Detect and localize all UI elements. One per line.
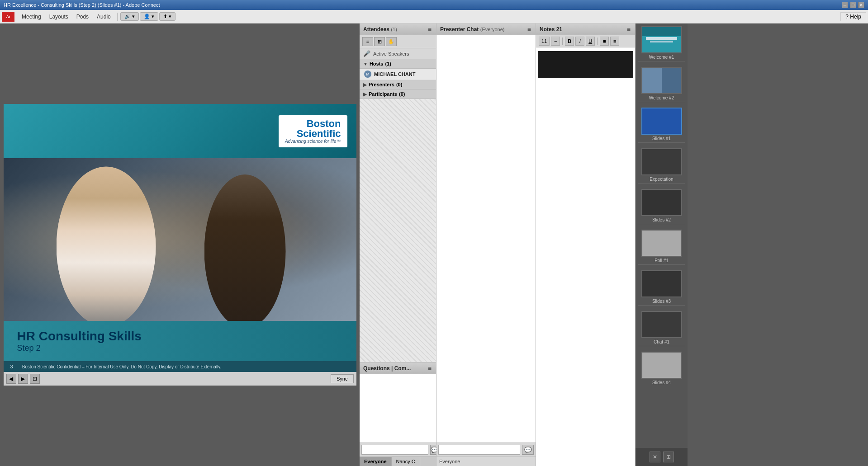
slide-prev-button[interactable]: ◀ [6, 374, 16, 384]
slide-header: Boston Scientific Advancing science for … [4, 104, 356, 158]
questions-menu-button[interactable]: ≡ [427, 365, 432, 372]
thumbnail-divider [638, 264, 685, 265]
notes-underline-button[interactable]: U [586, 37, 595, 46]
presenters-label: Presenters [369, 82, 394, 87]
person-right [204, 174, 286, 321]
thumbnail-item-3[interactable]: Expectation [636, 146, 688, 186]
photo-overlay [4, 158, 356, 321]
title-bar-controls[interactable]: ─ □ ✕ [842, 2, 864, 8]
thumbnail-divider [638, 61, 685, 61]
slide-next-button[interactable]: ▶ [18, 374, 28, 384]
share-icon: ⬆ [163, 14, 167, 19]
slide-area: Boston Scientific Advancing science for … [0, 24, 360, 466]
thumbnail-label-0: Welcome #1 [649, 55, 674, 60]
thumbnail-item-7[interactable]: Chat #1 [636, 308, 688, 349]
hosts-section[interactable]: ▼ Hosts (1) [360, 59, 436, 69]
chat-input[interactable] [438, 445, 520, 455]
presenters-section[interactable]: ▶ Presenters (0) [360, 80, 436, 89]
notes-header: Notes 21 ≡ [536, 24, 635, 35]
notes-list-button[interactable]: ≡ [610, 37, 619, 46]
notes-title: Notes 21 [540, 26, 562, 33]
thumbnail-divider [638, 183, 685, 184]
thumbnail-label-8: Slides #4 [652, 380, 671, 385]
hosts-arrow-icon: ▼ [363, 61, 368, 66]
thumbnail-item-2[interactable]: Slides #1 [636, 105, 688, 146]
minimize-button[interactable]: ─ [842, 2, 848, 8]
thumbnails-control-button[interactable]: ✕ [650, 452, 660, 462]
thumbnail-divider [638, 346, 685, 346]
chat-everyone-dropdown[interactable]: Everyone [436, 457, 536, 466]
notes-bold-button[interactable]: B [565, 37, 574, 46]
brand-tagline: Advancing science for life™ [285, 139, 341, 144]
dropdown-arrow-icon3: ▾ [169, 14, 171, 19]
notes-toolbar: 11 − B I U ■ ≡ [536, 35, 635, 47]
hosts-count: (1) [385, 61, 391, 66]
main-layout: Boston Scientific Advancing science for … [0, 24, 868, 466]
profile-button[interactable]: 👤 ▾ [140, 12, 158, 21]
slide-page-number: 3 [10, 364, 13, 369]
notes-panel: Notes 21 ≡ 11 − B I U ■ ≡ [536, 24, 636, 466]
active-speakers-label: Active Speakers [373, 51, 409, 56]
menu-pods[interactable]: Pods [73, 12, 92, 21]
title-bar-left: HR Excellence - Consulting Skills (Step … [4, 2, 160, 8]
menu-meeting[interactable]: Meeting [18, 12, 45, 21]
menu-layouts[interactable]: Layouts [46, 12, 72, 21]
thumbnail-divider [638, 305, 685, 306]
thumbnail-item-8[interactable]: Slides #4 [636, 349, 688, 388]
questions-tab-nancy[interactable]: Nancy C [392, 457, 420, 466]
speaker-icon: 🔊 [124, 14, 131, 19]
thumbnail-item-4[interactable]: Slides #2 [636, 186, 688, 227]
slide-controls: ◀ ▶ ⊡ Sync [4, 372, 356, 386]
boston-scientific-logo: Boston Scientific Advancing science for … [279, 115, 347, 147]
attendees-panel: Attendees (1) ≡ ≡ ⊞ ✋ 🎤 Active Speakers … [360, 24, 436, 466]
thumbnail-item-6[interactable]: Slides #3 [636, 268, 688, 308]
chat-menu-button[interactable]: ≡ [526, 26, 532, 33]
slide-container: Boston Scientific Advancing science for … [4, 104, 356, 386]
questions-input[interactable] [361, 445, 428, 455]
attendees-menu-button[interactable]: ≡ [427, 26, 432, 33]
notes-minus-button[interactable]: − [551, 37, 560, 46]
notes-italic-button[interactable]: I [575, 37, 584, 46]
notes-color-button[interactable]: ■ [600, 37, 609, 46]
help-button[interactable]: ? Help [840, 12, 866, 21]
notes-toolbar-sep1 [562, 38, 563, 45]
notes-fontsize-button[interactable]: 11 [539, 37, 550, 46]
microphone-icon: 🎤 [363, 50, 370, 57]
chat-title: Presenter Chat (Everyone) [440, 26, 505, 33]
thumbnail-label-5: Poll #1 [655, 258, 669, 263]
participants-section[interactable]: ▶ Participants (0) [360, 89, 436, 99]
attendees-header: Attendees (1) ≡ [360, 24, 436, 35]
attendees-list-view-button[interactable]: ≡ [362, 37, 373, 46]
questions-tabs: Everyone Nancy C [360, 457, 436, 466]
attendees-status-button[interactable]: ✋ [386, 37, 397, 46]
thumbnail-label-3: Expectation [650, 177, 673, 182]
questions-title: Questions | Com... [363, 365, 411, 372]
chat-content [436, 35, 536, 442]
chat-send-button[interactable]: 💬 [522, 445, 534, 455]
active-speakers-row: 🎤 Active Speakers [360, 48, 436, 59]
title-bar: HR Excellence - Consulting Skills (Step … [0, 0, 868, 10]
thumbnail-item-5[interactable]: Poll #1 [636, 227, 688, 268]
notes-menu-button[interactable]: ≡ [626, 26, 631, 33]
thumbnails-control-button[interactable]: ⊞ [663, 452, 674, 462]
right-panels: Attendees (1) ≡ ≡ ⊞ ✋ 🎤 Active Speakers … [360, 24, 868, 466]
notes-content[interactable] [536, 47, 635, 466]
adobe-logo: Ai [2, 12, 14, 22]
share-button[interactable]: ⬆ ▾ [159, 12, 175, 21]
maximize-button[interactable]: □ [850, 2, 856, 8]
menu-audio[interactable]: Audio [93, 12, 114, 21]
sync-button[interactable]: Sync [331, 374, 353, 383]
user-icon: 👤 [144, 14, 150, 19]
audio-button[interactable]: 🔊 ▾ [120, 12, 139, 21]
close-button[interactable]: ✕ [858, 2, 864, 8]
chat-header: Presenter Chat (Everyone) ≡ [436, 24, 536, 35]
questions-tab-everyone[interactable]: Everyone [360, 457, 392, 466]
brand-name: Boston Scientific [285, 119, 341, 139]
presenters-arrow-icon: ▶ [363, 82, 367, 87]
thumbnail-item-1[interactable]: Welcome #2 [636, 64, 688, 105]
slide-fit-button[interactable]: ⊡ [30, 374, 40, 384]
thumbnail-item-0[interactable]: Welcome #1 [636, 24, 688, 64]
attendees-grid-view-button[interactable]: ⊞ [374, 37, 385, 46]
questions-input-row: 💬 [360, 442, 436, 457]
participants-label: Participants [369, 91, 397, 97]
